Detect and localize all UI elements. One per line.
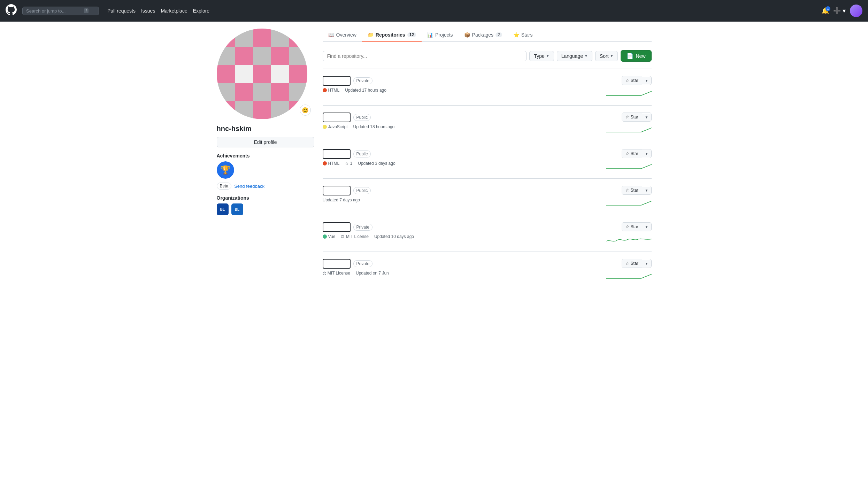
repo-meta: JavaScriptUpdated 18 hours ago xyxy=(323,124,606,129)
star-button[interactable]: ☆ Star xyxy=(622,113,642,121)
stars-icon: ⭐ xyxy=(513,32,519,38)
edit-profile-button[interactable]: Edit profile xyxy=(217,137,314,147)
repo-name-link[interactable] xyxy=(323,259,351,269)
language-label: Language xyxy=(561,53,583,59)
tab-repositories[interactable]: 📁 Repositories 12 xyxy=(362,29,422,42)
avatar-emoji: 😊 xyxy=(300,105,311,116)
create-new-button[interactable]: ➕ ▾ xyxy=(833,7,846,15)
star-button-group: ☆ Star ▼ xyxy=(622,186,652,195)
repo-info: Public HTML☆ 1Updated 3 days ago xyxy=(323,149,606,166)
repo-name-row: Public xyxy=(323,149,606,159)
repo-name-link[interactable] xyxy=(323,76,351,86)
repo-name-link[interactable] xyxy=(323,186,351,195)
repo-actions: ☆ Star ▼ xyxy=(606,149,652,171)
org-avatar-list: BL BL xyxy=(217,203,314,215)
tab-overview[interactable]: 📖 Overview xyxy=(323,29,362,42)
star-button[interactable]: ☆ Star xyxy=(622,76,642,85)
tab-packages-label: Packages xyxy=(472,32,493,38)
org-avatar-1[interactable]: BL xyxy=(217,203,229,215)
repo-language: HTML xyxy=(323,161,340,166)
repo-name-row: Private xyxy=(323,259,606,269)
star-button[interactable]: ☆ Star xyxy=(622,223,642,231)
notification-badge: 1 xyxy=(825,6,830,11)
nav-explore[interactable]: Explore xyxy=(193,8,209,14)
repo-info: Private Vue⚖ MIT LicenseUpdated 10 days … xyxy=(323,222,606,239)
tab-stars[interactable]: ⭐ Stars xyxy=(508,29,538,42)
star-dropdown-button[interactable]: ▼ xyxy=(642,150,651,157)
achievements-title: Achievements xyxy=(217,153,314,159)
repo-info: Public Updated 7 days ago xyxy=(323,186,606,202)
star-button[interactable]: ☆ Star xyxy=(622,149,642,158)
repo-actions: ☆ Star ▼ xyxy=(606,113,652,135)
tab-stars-label: Stars xyxy=(521,32,533,38)
repo-name-row: Public xyxy=(323,113,606,122)
star-dropdown-button[interactable]: ▼ xyxy=(642,223,651,231)
star-dropdown-button[interactable]: ▼ xyxy=(642,77,651,84)
new-repo-icon: 📄 xyxy=(627,53,633,59)
send-feedback-link[interactable]: Send feedback xyxy=(234,184,264,189)
profile-avatar xyxy=(217,29,307,119)
repo-name-link[interactable] xyxy=(323,113,351,122)
tab-packages[interactable]: 📦 Packages 2 xyxy=(459,29,508,42)
org-avatar-2[interactable]: BL xyxy=(231,203,243,215)
search-bar[interactable]: / xyxy=(22,7,99,15)
repositories-count: 12 xyxy=(407,32,416,37)
repo-item: Private Vue⚖ MIT LicenseUpdated 10 days … xyxy=(323,215,652,252)
repo-actions: ☆ Star ▼ xyxy=(606,222,652,245)
repository-list: Private HTMLUpdated 17 hours ago ☆ Star … xyxy=(323,69,652,288)
language-dropdown-button[interactable]: Language ▼ xyxy=(557,51,592,61)
star-button[interactable]: ☆ Star xyxy=(622,259,642,268)
repo-search-input[interactable] xyxy=(323,51,527,61)
achievement-badge-item[interactable]: 🏆 xyxy=(217,161,234,179)
star-icon: ☆ xyxy=(625,224,629,229)
tab-projects[interactable]: 📊 Projects xyxy=(422,29,459,42)
star-label: Star xyxy=(631,188,638,193)
profile-tabs: 📖 Overview 📁 Repositories 12 📊 Projects … xyxy=(323,29,652,42)
star-dropdown-button[interactable]: ▼ xyxy=(642,114,651,121)
star-label: Star xyxy=(631,115,638,120)
repo-name-row: Private xyxy=(323,76,606,86)
repo-meta: HTMLUpdated 17 hours ago xyxy=(323,88,606,93)
repo-controls: Type ▼ Language ▼ Sort ▼ 📄 New xyxy=(323,50,652,62)
repo-updated: Updated 10 days ago xyxy=(374,234,414,239)
organizations-section: Organizations BL BL xyxy=(217,195,314,215)
avatar-container: 😊 xyxy=(217,29,314,119)
notifications-button[interactable]: 🔔 1 xyxy=(821,7,829,15)
repositories-icon: 📁 xyxy=(368,32,374,38)
tab-projects-label: Projects xyxy=(435,32,453,38)
nav-pull-requests[interactable]: Pull requests xyxy=(107,8,136,14)
nav-issues[interactable]: Issues xyxy=(141,8,155,14)
new-repo-button[interactable]: 📄 New xyxy=(621,50,651,62)
star-dropdown-button[interactable]: ▼ xyxy=(642,260,651,267)
star-button-group: ☆ Star ▼ xyxy=(622,113,652,122)
achievements-section: Achievements 🏆 Beta Send feedback xyxy=(217,153,314,190)
type-dropdown-button[interactable]: Type ▼ xyxy=(529,51,554,61)
user-avatar[interactable] xyxy=(850,5,862,17)
repo-info: Private ⚖ MIT LicenseUpdated on 7 Jun xyxy=(323,259,606,276)
repo-visibility-badge: Public xyxy=(353,187,371,194)
star-button[interactable]: ☆ Star xyxy=(622,186,642,194)
repo-meta: ⚖ MIT LicenseUpdated on 7 Jun xyxy=(323,271,606,276)
repo-info: Public JavaScriptUpdated 18 hours ago xyxy=(323,113,606,129)
repo-updated: Updated on 7 Jun xyxy=(356,271,389,276)
repo-name-link[interactable] xyxy=(323,149,351,159)
repo-license: ⚖ MIT License xyxy=(323,271,350,276)
language-chevron-icon: ▼ xyxy=(584,54,588,58)
nav-marketplace[interactable]: Marketplace xyxy=(161,8,187,14)
repo-sparkline xyxy=(606,271,652,281)
search-input[interactable] xyxy=(26,8,82,14)
star-icon: ☆ xyxy=(625,78,629,83)
nav-right: 🔔 1 ➕ ▾ xyxy=(821,5,862,17)
repo-sparkline xyxy=(606,161,652,171)
beta-row: Beta Send feedback xyxy=(217,183,314,190)
star-dropdown-button[interactable]: ▼ xyxy=(642,187,651,194)
github-logo[interactable] xyxy=(6,4,17,17)
repo-visibility-badge: Private xyxy=(353,77,372,84)
repo-sparkline xyxy=(606,234,652,245)
star-label: Star xyxy=(631,151,638,156)
sort-dropdown-button[interactable]: Sort ▼ xyxy=(595,51,618,61)
repo-name-link[interactable] xyxy=(323,222,351,232)
repo-updated: Updated 18 hours ago xyxy=(353,124,395,129)
repo-item: Public JavaScriptUpdated 18 hours ago ☆ … xyxy=(323,105,652,142)
repo-item: Private ⚖ MIT LicenseUpdated on 7 Jun ☆ … xyxy=(323,252,652,288)
